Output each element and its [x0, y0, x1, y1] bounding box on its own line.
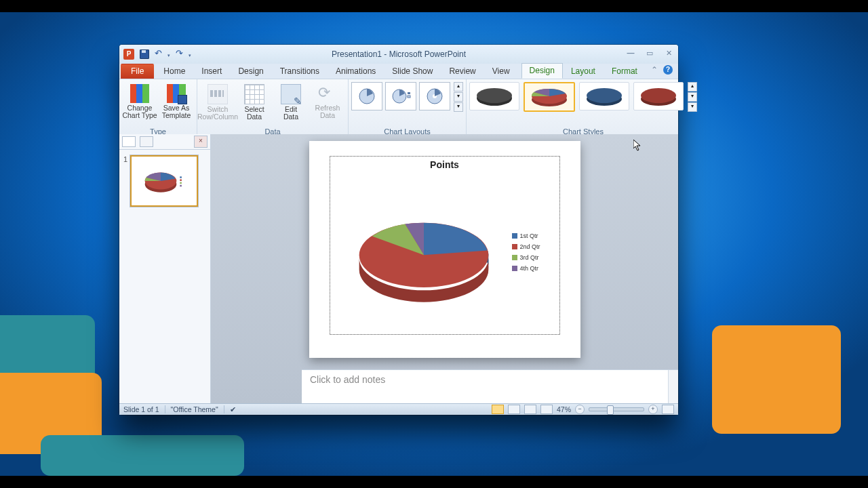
- svg-rect-19: [180, 185, 182, 187]
- slide-thumbnail-1[interactable]: 1: [123, 155, 206, 207]
- close-button[interactable]: [663, 48, 674, 58]
- save-icon[interactable]: [140, 49, 149, 59]
- template-icon: [167, 84, 186, 103]
- view-sorter-button[interactable]: [508, 405, 520, 414]
- redo-icon[interactable]: [176, 49, 185, 59]
- thumbnails-view-slides[interactable]: [122, 136, 136, 147]
- tab-home[interactable]: Home: [155, 64, 193, 79]
- svg-rect-3: [408, 96, 410, 98]
- view-reading-button[interactable]: [524, 405, 536, 414]
- switch-row-column-button: Switch Row/Column: [200, 82, 235, 123]
- svg-point-7: [477, 88, 512, 103]
- tab-review[interactable]: Review: [441, 64, 484, 79]
- tab-view[interactable]: View: [484, 64, 518, 79]
- app-window: Chart Tools Presentation1 - Microsoft Po…: [119, 45, 678, 415]
- chart-layout-3[interactable]: [419, 82, 450, 110]
- svg-point-11: [587, 88, 622, 103]
- help-icon[interactable]: ?: [663, 65, 673, 75]
- change-chart-type-button[interactable]: Change Chart Type: [122, 82, 157, 121]
- switch-row-column-label: Switch Row/Column: [197, 106, 238, 121]
- legend-swatch-q1: [512, 233, 517, 239]
- context-tab-layout[interactable]: Layout: [563, 64, 604, 79]
- save-as-template-button[interactable]: Save As Template: [159, 82, 194, 121]
- maximize-button[interactable]: [644, 48, 655, 58]
- zoom-out-button[interactable]: −: [575, 405, 585, 414]
- undo-icon[interactable]: [155, 49, 164, 59]
- group-chart-layouts: Chart Layouts: [349, 79, 467, 138]
- legend-label-q4: 4th Qtr: [520, 265, 539, 272]
- ribbon-tabs: File Home Insert Design Transitions Anim…: [119, 64, 678, 79]
- status-theme: "Office Theme": [171, 405, 218, 413]
- chart-style-2[interactable]: [524, 82, 575, 112]
- chart-type-icon: [130, 84, 149, 103]
- select-data-button[interactable]: Select Data: [237, 82, 272, 123]
- chart-style-3[interactable]: [579, 82, 629, 110]
- status-bar: Slide 1 of 1 "Office Theme" ✔ 47% − +: [119, 403, 678, 415]
- powerpoint-icon: [123, 49, 134, 60]
- chart-style-4[interactable]: [633, 82, 684, 110]
- context-tab-format[interactable]: Format: [604, 64, 646, 79]
- chart-title: Points: [330, 159, 559, 170]
- switch-icon: [208, 84, 228, 104]
- select-data-icon: [244, 84, 264, 104]
- edit-data-label: Edit Data: [283, 106, 298, 121]
- tab-transitions[interactable]: Transitions: [272, 64, 328, 79]
- chart-legend: 1st Qtr 2nd Qtr 3rd Qtr 4th Qtr: [512, 174, 554, 330]
- tab-file[interactable]: File: [121, 64, 154, 79]
- group-chart-styles: Chart Styles: [467, 79, 700, 138]
- zoom-percent: 47%: [557, 405, 571, 413]
- slide[interactable]: Points: [309, 141, 580, 358]
- styles-more[interactable]: [688, 102, 697, 112]
- legend-swatch-q3: [512, 255, 517, 260]
- select-data-label: Select Data: [244, 106, 264, 121]
- close-thumbnails-button[interactable]: ×: [194, 136, 208, 148]
- legend-swatch-q2: [512, 244, 517, 249]
- status-slide-count: Slide 1 of 1: [123, 405, 159, 413]
- layouts-more[interactable]: [454, 102, 463, 112]
- legend-label-q1: 1st Qtr: [520, 232, 538, 239]
- styles-scroll-down[interactable]: [688, 92, 697, 102]
- tab-insert[interactable]: Insert: [193, 64, 230, 79]
- svg-rect-2: [408, 92, 410, 94]
- thumbnails-view-outline[interactable]: [140, 136, 153, 147]
- legend-label-q3: 3rd Qtr: [520, 254, 539, 261]
- svg-rect-16: [180, 176, 182, 178]
- title-bar: Presentation1 - Microsoft PowerPoint: [119, 45, 678, 64]
- chart-style-1[interactable]: [469, 82, 519, 110]
- tab-animations[interactable]: Animations: [328, 64, 384, 79]
- svg-rect-18: [180, 182, 182, 184]
- layouts-scroll-down[interactable]: [454, 92, 463, 102]
- group-type: Change Chart Type Save As Template Type: [119, 79, 197, 138]
- zoom-slider[interactable]: [589, 407, 644, 411]
- view-slideshow-button[interactable]: [540, 405, 553, 414]
- context-tab-design[interactable]: Design: [521, 63, 563, 79]
- styles-scroll-up[interactable]: [688, 82, 697, 92]
- group-data: Switch Row/Column Select Data Edit Data …: [197, 79, 349, 138]
- minimize-button[interactable]: [625, 48, 636, 58]
- fit-to-window-button[interactable]: [662, 405, 674, 414]
- chart-layout-2[interactable]: [385, 82, 416, 110]
- tab-design[interactable]: Design: [230, 64, 271, 79]
- slide-number: 1: [123, 155, 127, 207]
- ribbon: Change Chart Type Save As Template Type …: [119, 79, 678, 136]
- minimize-ribbon-icon[interactable]: [651, 65, 658, 75]
- refresh-data-label: Refresh Data: [315, 104, 340, 119]
- tab-slideshow[interactable]: Slide Show: [384, 64, 441, 79]
- svg-rect-17: [180, 180, 182, 182]
- chart-object[interactable]: Points: [330, 156, 560, 335]
- work-area: × 1: [119, 134, 678, 404]
- spellcheck-icon[interactable]: ✔: [230, 405, 236, 413]
- legend-swatch-q4: [512, 266, 517, 271]
- edit-data-button[interactable]: Edit Data: [273, 82, 309, 123]
- zoom-in-button[interactable]: +: [648, 405, 658, 414]
- view-normal-button[interactable]: [492, 405, 504, 414]
- change-chart-type-label: Change Chart Type: [122, 104, 157, 119]
- notes-pane[interactable]: Click to add notes: [302, 369, 678, 404]
- save-as-template-label: Save As Template: [162, 104, 191, 119]
- pie-chart: [336, 174, 512, 330]
- notes-scrollbar[interactable]: [668, 370, 678, 404]
- edit-data-icon: [281, 84, 301, 104]
- slide-canvas[interactable]: Points: [211, 134, 678, 404]
- layouts-scroll-up[interactable]: [454, 82, 463, 92]
- chart-layout-1[interactable]: [351, 82, 382, 110]
